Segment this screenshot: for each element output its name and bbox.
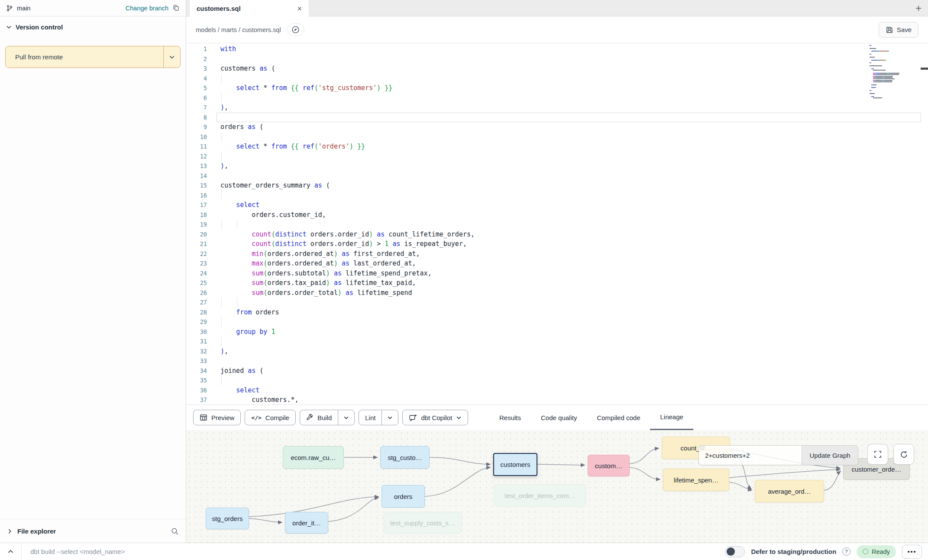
code-line[interactable]: 32), [186, 346, 928, 356]
code-line[interactable]: 17 select [186, 200, 928, 210]
lineage-node-stg-customers[interactable]: stg_custo… [380, 446, 430, 469]
code-line[interactable]: 22 min(orders.ordered_at) as first_order… [186, 249, 928, 259]
code-text: select [207, 200, 259, 210]
code-editor[interactable]: 1with23customers as (45 select * from {{… [186, 43, 928, 405]
line-number: 9 [186, 122, 207, 132]
change-branch-link[interactable]: Change branch [126, 5, 168, 12]
lineage-node-average-order[interactable]: average_ord… [755, 480, 824, 502]
lineage-node-test-order-items[interactable]: test_order_items_com… [494, 484, 586, 507]
compile-button[interactable]: </> Compile [245, 410, 296, 425]
lineage-node-lifetime-spend[interactable]: lifetime_spen… [663, 469, 729, 491]
lineage-node-customers-pink[interactable]: custom… [588, 455, 630, 476]
code-line[interactable]: 9orders as ( [186, 122, 928, 132]
code-line[interactable]: 19 [186, 220, 928, 230]
save-button[interactable]: Save [879, 22, 918, 38]
lint-button[interactable]: Lint [359, 410, 382, 425]
code-line[interactable]: 14 [186, 171, 928, 181]
panel-tab-code-quality[interactable]: Code quality [531, 405, 587, 430]
code-line[interactable]: 4 [186, 74, 928, 84]
chevron-up-icon[interactable] [0, 543, 22, 560]
panel-tab-compiled-code[interactable]: Compiled code [587, 405, 650, 430]
code-line[interactable]: 30 group by 1 [186, 327, 928, 337]
line-number: 22 [186, 249, 207, 259]
code-line[interactable]: 28 from orders [186, 308, 928, 317]
code-text: customer_orders_summary as ( [207, 181, 330, 191]
code-line[interactable]: 29 [186, 317, 928, 327]
code-line[interactable]: 7), [186, 103, 928, 113]
lineage-node-stg-orders[interactable]: stg_orders [206, 508, 249, 529]
command-input[interactable]: dbt build --select <model_name> [22, 548, 125, 555]
new-tab-button[interactable]: + [909, 0, 928, 16]
code-line[interactable]: 15customer_orders_summary as ( [186, 181, 928, 191]
code-line[interactable]: 31 [186, 337, 928, 346]
lineage-node-customers[interactable]: customers [493, 453, 537, 476]
code-text [207, 171, 220, 181]
file-explorer-header[interactable]: File explorer [0, 519, 186, 543]
code-text: sum(orders.subtotal) as lifetime_spend_p… [207, 269, 432, 278]
build-button[interactable]: Build [300, 410, 338, 425]
close-icon[interactable]: × [297, 5, 302, 13]
copy-icon[interactable] [172, 4, 180, 12]
code-line[interactable]: 23 max(orders.ordered_at) as last_ordere… [186, 259, 928, 269]
fullscreen-icon[interactable] [867, 444, 888, 465]
pull-options-caret[interactable] [164, 46, 180, 68]
code-line[interactable]: 24 sum(orders.subtotal) as lifetime_spen… [186, 269, 928, 278]
compass-copilot-icon[interactable] [287, 23, 304, 36]
file-explorer-label: File explorer [17, 528, 56, 535]
lineage-node-orders[interactable]: orders [382, 485, 425, 508]
more-options-button[interactable]: ••• [902, 545, 922, 559]
code-text: ), [207, 346, 228, 356]
defer-toggle[interactable] [725, 546, 745, 557]
panel-tab-lineage[interactable]: Lineage [650, 405, 693, 430]
code-line[interactable]: 34joined as ( [186, 366, 928, 376]
lineage-node-test-supply-costs[interactable]: test_supply_costs_s… [384, 512, 462, 534]
code-line[interactable]: 20 count(distinct orders.order_id) as co… [186, 230, 928, 240]
code-line[interactable]: 5 select * from {{ ref('stg_customers') … [186, 83, 928, 93]
code-line[interactable]: 2 [186, 54, 928, 64]
code-line[interactable]: 10 [186, 132, 928, 142]
code-line[interactable]: 18 orders.customer_id, [186, 210, 928, 220]
code-line[interactable]: 27 [186, 298, 928, 308]
line-number: 27 [186, 298, 207, 308]
code-line[interactable]: 33 [186, 356, 928, 366]
code-line[interactable]: 36 select [186, 385, 928, 395]
lineage-panel[interactable]: ecom.raw_cu…stg_custo…test_order_items_c… [186, 430, 928, 543]
panel-tab-results[interactable]: Results [489, 405, 531, 430]
selector-input[interactable]: 2+customers+2 [699, 446, 802, 465]
code-line[interactable]: 37 customers.*, [186, 395, 928, 405]
code-line[interactable]: 12 [186, 152, 928, 162]
build-options-caret[interactable] [338, 410, 354, 425]
code-line[interactable]: 1with [186, 44, 928, 54]
code-line[interactable]: 13), [186, 161, 928, 171]
code-line[interactable]: 6 [186, 93, 928, 103]
minimap[interactable] [870, 45, 917, 99]
dbt-copilot-button[interactable]: dbt Copilot [402, 410, 468, 425]
code-line[interactable]: 11 select * from {{ ref('orders') }} [186, 142, 928, 152]
line-number: 29 [186, 317, 207, 327]
lineage-node-order-items[interactable]: order_it… [285, 512, 328, 534]
line-number: 10 [186, 132, 207, 142]
code-line[interactable]: 21 count(distinct orders.order_id) > 1 a… [186, 239, 928, 249]
version-control-section[interactable]: Version control [6, 23, 180, 31]
search-icon[interactable] [171, 527, 179, 535]
code-line[interactable]: 25 sum(orders.tax_paid) as lifetime_tax_… [186, 278, 928, 288]
lineage-node-ecom-raw-customers[interactable]: ecom.raw_cu… [283, 446, 344, 469]
code-line[interactable]: 26 sum(orders.order_total) as lifetime_s… [186, 288, 928, 298]
sidebar: main Change branch Version control Pull … [0, 0, 186, 543]
line-number: 31 [186, 337, 207, 346]
lineage-selector: 2+customers+2 Update Graph [698, 445, 858, 465]
code-line[interactable]: 3customers as ( [186, 64, 928, 74]
code-line[interactable]: 8 [186, 113, 928, 123]
tab-customers-sql[interactable]: customers.sql × [190, 0, 309, 17]
line-number: 34 [186, 366, 207, 376]
pull-from-remote-label[interactable]: Pull from remote [6, 46, 163, 68]
refresh-icon[interactable] [893, 444, 914, 465]
code-line[interactable]: 16 [186, 191, 928, 201]
lint-options-caret[interactable] [382, 410, 398, 425]
copilot-label: dbt Copilot [421, 414, 452, 421]
preview-button[interactable]: Preview [193, 410, 241, 425]
update-graph-button[interactable]: Update Graph [802, 446, 858, 465]
line-number: 16 [186, 191, 207, 201]
help-icon[interactable]: ? [842, 547, 850, 556]
code-line[interactable]: 35 [186, 375, 928, 385]
